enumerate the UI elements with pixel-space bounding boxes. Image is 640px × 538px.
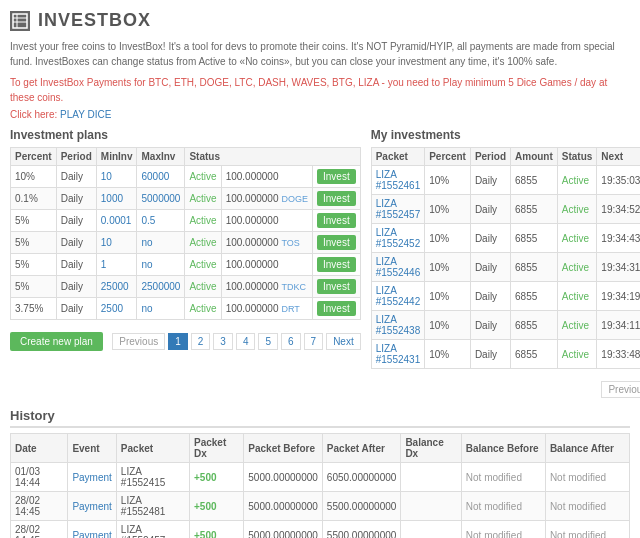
cell-status: Active xyxy=(185,276,221,298)
table-row: LIZA #1552446 10% Daily 6855 Active 19:3… xyxy=(371,253,640,282)
cell-period: Daily xyxy=(56,298,96,320)
cell-mininv: 25000 xyxy=(96,276,137,298)
hist-col-pbefore: Packet Before xyxy=(244,434,323,463)
col-next: Next xyxy=(597,148,640,166)
cell-mininv: 1 xyxy=(96,254,137,276)
page-number-button[interactable]: 5 xyxy=(258,333,278,350)
cell-percent: 5% xyxy=(11,254,57,276)
cell-period: Daily xyxy=(470,224,510,253)
invest-button[interactable]: Invest xyxy=(317,301,356,316)
col-percent: Percent xyxy=(425,148,471,166)
table-row: LIZA #1552442 10% Daily 6855 Active 19:3… xyxy=(371,282,640,311)
col-packet: Packet xyxy=(371,148,425,166)
page-title: INVESTBOX xyxy=(38,10,151,31)
cell-amount: 100.000000DRT xyxy=(221,298,312,320)
cell-status: Active xyxy=(557,224,597,253)
hist-col-pafter: Packet After xyxy=(322,434,401,463)
cell-invest-btn[interactable]: Invest xyxy=(313,298,361,320)
cell-date: 01/03 14:44 xyxy=(11,463,68,492)
cell-bbefore: Not modified xyxy=(461,521,545,539)
cell-period: Daily xyxy=(470,282,510,311)
cell-packet: LIZA #1552415 xyxy=(116,463,189,492)
page-number-button[interactable]: 3 xyxy=(213,333,233,350)
play-link-text: Click here: PLAY DICE xyxy=(10,109,630,120)
cell-status: Active xyxy=(557,253,597,282)
cell-period: Daily xyxy=(470,166,510,195)
svg-rect-0 xyxy=(13,14,27,28)
cell-mininv: 10 xyxy=(96,166,137,188)
investment-plans-panel: Investment plans Percent Period MinInv M… xyxy=(10,128,361,398)
event-link[interactable]: Payment xyxy=(72,501,111,512)
cell-next: 19:34:11 xyxy=(597,311,640,340)
col-period: Period xyxy=(470,148,510,166)
play-dice-link[interactable]: PLAY DICE xyxy=(60,109,111,120)
cell-bbefore: Not modified xyxy=(461,492,545,521)
cell-period: Daily xyxy=(470,195,510,224)
cell-invest-btn[interactable]: Invest xyxy=(313,254,361,276)
cell-packet: LIZA #1552431 xyxy=(371,340,425,369)
cell-pdx: +500 xyxy=(189,492,243,521)
page-number-button[interactable]: 7 xyxy=(304,333,324,350)
cell-amount: 6855 xyxy=(511,340,558,369)
page-number-button[interactable]: 1 xyxy=(168,333,188,350)
invest-button[interactable]: Invest xyxy=(317,169,356,184)
invest-button[interactable]: Invest xyxy=(317,257,356,272)
history-section: History Date Event Packet Packet Dx Pack… xyxy=(10,408,630,538)
cell-packet: LIZA #1552461 xyxy=(371,166,425,195)
prev-page-button[interactable]: Previous xyxy=(601,381,640,398)
invest-button[interactable]: Invest xyxy=(317,235,356,250)
cell-period: Daily xyxy=(56,188,96,210)
page-number-button[interactable]: 4 xyxy=(236,333,256,350)
cell-packet: LIZA #1552446 xyxy=(371,253,425,282)
invest-button[interactable]: Invest xyxy=(317,279,356,294)
logo-icon xyxy=(10,11,30,31)
cell-invest-btn[interactable]: Invest xyxy=(313,166,361,188)
cell-bafter: Not modified xyxy=(545,492,629,521)
cell-amount: 100.000000TOS xyxy=(221,232,312,254)
cell-period: Daily xyxy=(56,210,96,232)
table-row: LIZA #1552431 10% Daily 6855 Active 19:3… xyxy=(371,340,640,369)
cell-event: Payment xyxy=(68,463,116,492)
invest-button[interactable]: Invest xyxy=(317,191,356,206)
hist-col-packet: Packet xyxy=(116,434,189,463)
cell-percent: 10% xyxy=(425,340,471,369)
invest-button[interactable]: Invest xyxy=(317,213,356,228)
cell-invest-btn[interactable]: Invest xyxy=(313,232,361,254)
my-investments-panel: My investments Packet Percent Period Amo… xyxy=(371,128,640,398)
event-link[interactable]: Payment xyxy=(72,530,111,539)
history-table: Date Event Packet Packet Dx Packet Befor… xyxy=(10,433,630,538)
cell-invest-btn[interactable]: Invest xyxy=(313,210,361,232)
cell-pbefore: 5000.00000000 xyxy=(244,463,323,492)
next-btn[interactable]: Next xyxy=(326,333,361,350)
investment-plans-title: Investment plans xyxy=(10,128,361,142)
cell-packet: LIZA #1552457 xyxy=(116,521,189,539)
cell-invest-btn[interactable]: Invest xyxy=(313,276,361,298)
table-row: 01/03 14:44 Payment LIZA #1552415 +500 5… xyxy=(11,463,630,492)
table-row: LIZA #1552461 10% Daily 6855 Active 19:3… xyxy=(371,166,640,195)
cell-amount: 100.000000DOGE xyxy=(221,188,312,210)
cell-date: 28/02 14:45 xyxy=(11,521,68,539)
event-link[interactable]: Payment xyxy=(72,472,111,483)
table-row: 5% Daily 25000 2500000 Active 100.000000… xyxy=(11,276,361,298)
cell-invest-btn[interactable]: Invest xyxy=(313,188,361,210)
cell-amount: 100.000000 xyxy=(221,166,312,188)
create-plan-button[interactable]: Create new plan xyxy=(10,332,103,351)
table-row: LIZA #1552438 10% Daily 6855 Active 19:3… xyxy=(371,311,640,340)
cell-bbefore: Not modified xyxy=(461,463,545,492)
cell-period: Daily xyxy=(470,253,510,282)
cell-status: Active xyxy=(557,340,597,369)
cell-amount: 6855 xyxy=(511,311,558,340)
cell-percent: 0.1% xyxy=(11,188,57,210)
prev-btn[interactable]: Previous xyxy=(112,333,165,350)
table-row: 10% Daily 10 60000 Active 100.000000 Inv… xyxy=(11,166,361,188)
cell-packet: LIZA #1552481 xyxy=(116,492,189,521)
cell-amount: 6855 xyxy=(511,282,558,311)
cell-pdx: +500 xyxy=(189,463,243,492)
table-row: 3.75% Daily 2500 no Active 100.000000DRT… xyxy=(11,298,361,320)
page-number-button[interactable]: 6 xyxy=(281,333,301,350)
cell-percent: 3.75% xyxy=(11,298,57,320)
cell-next: 19:34:31 xyxy=(597,253,640,282)
page-number-button[interactable]: 2 xyxy=(191,333,211,350)
cell-maxinv: no xyxy=(137,298,185,320)
cell-pafter: 5500.00000000 xyxy=(322,492,401,521)
